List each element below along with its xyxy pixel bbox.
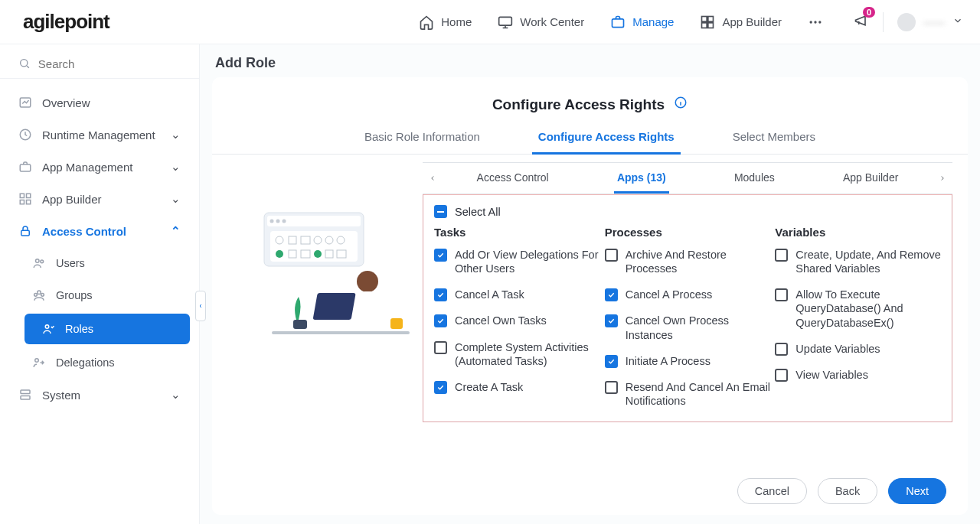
svg-rect-4 <box>702 22 707 28</box>
svg-point-19 <box>41 260 44 263</box>
permission-row[interactable]: Update Variables <box>775 342 941 356</box>
nav-more[interactable] <box>808 15 823 30</box>
nav-appbuilder[interactable]: App Builder <box>700 15 782 30</box>
svg-point-8 <box>818 21 821 23</box>
permission-label: Create A Task <box>455 380 523 394</box>
illustration <box>227 162 423 422</box>
notification-count: 0 <box>863 7 875 18</box>
permission-row[interactable]: Create A Task <box>434 380 600 394</box>
svg-rect-16 <box>27 200 31 204</box>
sidebar-users[interactable]: Users <box>15 247 199 279</box>
svg-point-31 <box>276 220 279 223</box>
sidebar-delegations[interactable]: Delegations <box>15 347 199 379</box>
permission-row[interactable]: Allow To Execute QueryDatabase() And Que… <box>775 288 941 329</box>
svg-point-22 <box>41 293 44 296</box>
wizard-tab-members[interactable]: Select Members <box>727 130 822 154</box>
info-icon[interactable] <box>674 96 688 113</box>
permissions-column-variables: Variables Create, Update, And Remove Sha… <box>775 226 941 420</box>
next-button[interactable]: Next <box>888 478 946 504</box>
column-title-variables: Variables <box>775 226 941 239</box>
svg-rect-2 <box>702 16 707 21</box>
select-all-label: Select All <box>455 206 501 218</box>
wizard-tab-basic[interactable]: Basic Role Information <box>358 130 486 154</box>
permission-label: Add Or View Delegations For Other Users <box>455 248 600 275</box>
checkbox-unchecked-icon <box>775 369 788 382</box>
grid-icon <box>700 15 715 30</box>
sidebar-appmgmt[interactable]: App Management ⌄ <box>0 151 199 183</box>
sidebar-collapse-handle[interactable] <box>195 291 206 321</box>
clock-icon <box>18 128 32 142</box>
permission-label: Cancel A Task <box>455 288 524 301</box>
user-menu[interactable]: —— <box>897 13 963 31</box>
svg-point-21 <box>34 293 38 296</box>
svg-rect-26 <box>21 396 30 400</box>
wizard-tab-rights[interactable]: Configure Access Rights <box>532 130 681 155</box>
sidebar-runtime[interactable]: Runtime Management ⌄ <box>0 119 199 151</box>
nav-home[interactable]: Home <box>419 15 472 30</box>
sidebar-groups-label: Groups <box>56 289 93 301</box>
checkbox-checked-icon <box>605 355 618 368</box>
brand-logo: agilepoint <box>23 10 109 34</box>
permission-label: Create, Update, And Remove Shared Variab… <box>795 248 941 275</box>
permission-label: Allow To Execute QueryDatabase() And Que… <box>795 288 941 329</box>
svg-rect-15 <box>20 200 24 204</box>
svg-rect-0 <box>499 17 512 25</box>
subtab-modules[interactable]: Modules <box>731 164 778 194</box>
permission-row[interactable]: Cancel A Task <box>434 288 600 301</box>
permission-label: View Variables <box>795 368 868 382</box>
select-all-checkbox[interactable]: Select All <box>434 202 941 226</box>
permission-row[interactable]: Complete System Activities (Automated Ta… <box>434 340 600 368</box>
avatar <box>897 13 916 31</box>
role-icon <box>41 322 55 336</box>
sidebar-users-label: Users <box>56 257 85 269</box>
permission-label: Archive And Restore Processes <box>626 248 771 275</box>
svg-rect-5 <box>708 22 714 28</box>
checkbox-checked-icon <box>434 381 447 394</box>
cancel-button[interactable]: Cancel <box>737 478 807 504</box>
permission-label: Cancel Own Process Instances <box>626 314 771 341</box>
subtab-scroll-right[interactable] <box>933 174 952 183</box>
permission-row[interactable]: View Variables <box>775 368 941 382</box>
nav-appbuilder-label: App Builder <box>722 15 782 28</box>
sidebar-appbuilder[interactable]: App Builder ⌄ <box>0 183 199 215</box>
permission-row[interactable]: Cancel Own Tasks <box>434 314 600 327</box>
sidebar-groups[interactable]: Groups <box>15 279 199 311</box>
subtab-apps[interactable]: Apps (13) <box>614 164 669 194</box>
permission-row[interactable]: Add Or View Delegations For Other Users <box>434 248 600 275</box>
chart-icon <box>18 96 32 109</box>
svg-point-9 <box>21 60 28 67</box>
permission-row[interactable]: Initiate A Process <box>605 354 771 368</box>
svg-point-32 <box>282 220 286 223</box>
permission-label: Resend And Cancel An Email Notifications <box>626 380 771 408</box>
permission-label: Cancel A Process <box>626 288 713 301</box>
permission-row[interactable]: Cancel Own Process Instances <box>605 314 771 341</box>
subtab-access-control[interactable]: Access Control <box>474 164 552 194</box>
nav-manage[interactable]: Manage <box>610 15 674 30</box>
subtab-appbuilder[interactable]: App Builder <box>840 164 901 194</box>
notifications-button[interactable]: 0 <box>854 13 869 31</box>
checkbox-unchecked-icon <box>775 343 788 356</box>
nav-workcenter[interactable]: Work Center <box>498 15 584 30</box>
sidebar-appbuilder-label: App Builder <box>42 193 102 206</box>
permission-row[interactable]: Cancel A Process <box>605 288 771 301</box>
section-title: Configure Access Rights <box>492 96 665 113</box>
server-icon <box>18 388 32 402</box>
search-input[interactable] <box>38 57 181 70</box>
chevron-down-icon: ⌄ <box>171 128 181 142</box>
nav-home-label: Home <box>441 15 472 28</box>
sidebar-system[interactable]: System ⌄ <box>0 379 199 411</box>
svg-point-20 <box>38 291 41 295</box>
nav-manage-label: Manage <box>632 15 674 28</box>
permission-row[interactable]: Archive And Restore Processes <box>605 248 771 275</box>
sidebar-roles[interactable]: Roles <box>24 314 190 344</box>
svg-rect-49 <box>293 320 307 329</box>
permission-row[interactable]: Create, Update, And Remove Shared Variab… <box>775 248 941 275</box>
permission-row[interactable]: Resend And Cancel An Email Notifications <box>605 380 771 408</box>
sidebar-accesscontrol[interactable]: Access Control ⌃ <box>0 215 199 247</box>
sidebar-system-label: System <box>42 389 80 402</box>
subtab-scroll-left[interactable] <box>423 174 443 183</box>
svg-rect-12 <box>20 164 31 171</box>
sidebar-overview[interactable]: Overview <box>0 86 199 119</box>
permission-label: Complete System Activities (Automated Ta… <box>455 340 600 368</box>
back-button[interactable]: Back <box>818 478 877 504</box>
